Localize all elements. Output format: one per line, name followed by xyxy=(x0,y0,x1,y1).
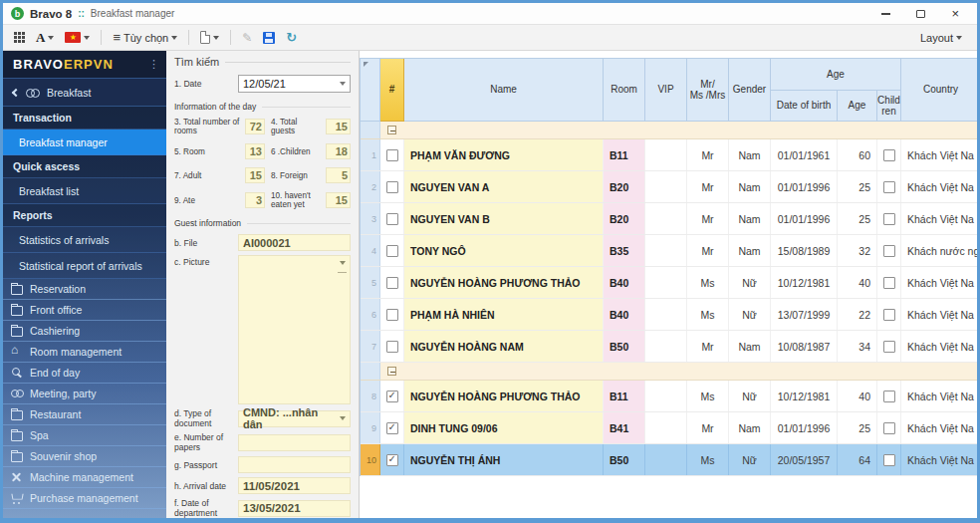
children-checkbox[interactable] xyxy=(883,245,895,257)
row-number-cell: 5 xyxy=(361,267,380,298)
new-document-button[interactable] xyxy=(197,29,222,46)
name-column-header[interactable]: Name xyxy=(404,59,604,122)
country-column-header[interactable]: Country xyxy=(901,59,977,122)
sidebar-module-item[interactable]: Reservation xyxy=(3,279,166,300)
vip-cell xyxy=(645,171,687,202)
stat-label: 7. Adult xyxy=(174,171,242,180)
font-button[interactable]: A xyxy=(33,28,57,48)
sidebar-module-item[interactable]: Spa xyxy=(3,425,166,446)
checkbox-column-header[interactable]: # xyxy=(380,59,404,122)
sidebar-module-item[interactable]: End of day xyxy=(3,363,166,384)
children-column-header[interactable]: Child ren xyxy=(877,91,901,122)
more-options-icon[interactable] xyxy=(148,58,160,71)
children-checkbox[interactable] xyxy=(883,422,895,434)
sidebar-item[interactable]: Breakfast manager xyxy=(3,130,166,155)
row-checkbox-cell xyxy=(380,444,404,475)
children-checkbox[interactable] xyxy=(883,391,895,402)
picture-field[interactable] xyxy=(238,255,351,404)
country-cell: Khách Việt Na xyxy=(901,444,977,475)
sidebar-module-item[interactable]: Purchase management xyxy=(3,488,166,509)
collapse-group-icon[interactable] xyxy=(387,367,396,376)
apps-grid-button[interactable] xyxy=(11,30,28,45)
sidebar-module-item[interactable]: Meeting, party xyxy=(3,384,166,404)
title-column-header[interactable]: Mr/ Ms /Mrs xyxy=(687,59,729,122)
app-title: Bravo 8 xyxy=(30,8,72,20)
maximize-icon[interactable] xyxy=(916,10,925,18)
table-row[interactable]: 5 NGUYỄN HOÀNG PHƯƠNG THẢO B40 Ms Nữ 10/… xyxy=(361,267,977,299)
table-row[interactable]: 4 TONY NGÔ B35 Mr Nam 15/08/1989 32 xyxy=(361,235,977,267)
collapse-group-icon[interactable] xyxy=(387,126,396,134)
row-select-checkbox[interactable] xyxy=(386,245,398,257)
table-row[interactable]: 9 DINH TUNG 09/06 B41 Mr Nam 01/01/1996 … xyxy=(361,412,977,444)
sidebar-item[interactable]: Statistical report of arrivals xyxy=(3,253,166,279)
passport-field[interactable] xyxy=(238,456,351,473)
sidebar-module-item[interactable]: Room management xyxy=(3,342,166,363)
age-group-header[interactable]: Age xyxy=(771,59,901,91)
refresh-button[interactable]: ↻ xyxy=(283,29,300,46)
row-select-checkbox[interactable] xyxy=(386,341,398,353)
sidebar-module-item[interactable]: Front office xyxy=(3,300,166,321)
row-select-checkbox[interactable] xyxy=(386,181,398,193)
title-separator: :: xyxy=(78,8,85,19)
children-checkbox[interactable] xyxy=(883,213,895,225)
sidebar-module-header-breakfast[interactable]: Breakfast xyxy=(3,78,166,107)
table-row[interactable]: 3 NGUYEN VAN B B20 Mr Nam 01/01/1996 25 xyxy=(361,203,977,235)
title-cell: Mr xyxy=(687,171,729,202)
save-button[interactable] xyxy=(260,30,278,46)
table-row[interactable]: 8 NGUYỄN HOÀNG PHƯƠNG THẢO B11 Ms Nữ 10/… xyxy=(361,381,977,412)
group-row[interactable] xyxy=(361,122,977,139)
table-row[interactable]: 6 PHẠM HÀ NHIÊN B40 Ms Nữ 13/07/1999 22 xyxy=(361,299,977,331)
table-row[interactable]: 1 PHẠM VĂN ĐƯƠNG B11 Mr Nam 01/01/1961 6… xyxy=(361,139,977,171)
sidebar-module-item[interactable]: Machine management xyxy=(3,467,166,488)
date-of-birth-cell: 01/01/1961 xyxy=(771,139,838,170)
expand-all-header-cell[interactable] xyxy=(361,59,380,122)
room-column-header[interactable]: Room xyxy=(604,59,645,122)
close-icon[interactable]: × xyxy=(951,7,959,20)
home-icon xyxy=(11,347,23,357)
table-row[interactable]: 2 NGUYEN VAN A B20 Mr Nam 01/01/1996 25 xyxy=(361,171,977,203)
options-button[interactable]: ≡ Tùy chọn xyxy=(110,29,180,46)
departure-date-field[interactable]: 13/05/2021 xyxy=(238,500,351,517)
language-button[interactable]: ★ xyxy=(62,30,93,45)
age-column-header[interactable]: Age xyxy=(838,91,877,122)
children-checkbox[interactable] xyxy=(883,181,895,193)
group-row[interactable] xyxy=(361,363,977,381)
file-field[interactable]: AI000021 xyxy=(238,234,351,251)
sidebar-item[interactable]: Breakfast list xyxy=(3,178,166,204)
gender-cell: Nam xyxy=(729,203,771,234)
minimize-icon[interactable] xyxy=(881,13,890,15)
gender-column-header[interactable]: Gender xyxy=(729,59,771,122)
row-select-checkbox[interactable] xyxy=(386,422,398,434)
doc-type-select[interactable]: CMND: ...nhân dân xyxy=(238,410,351,427)
layout-button[interactable]: Layout xyxy=(917,30,965,46)
guest-table-area: # Name Room VIP Mr/ Ms /Mrs Gender Age D… xyxy=(360,51,977,518)
children-checkbox[interactable] xyxy=(883,149,895,161)
children-checkbox[interactable] xyxy=(883,341,895,353)
sidebar-item[interactable]: Statistics of arrivals xyxy=(3,227,166,253)
edit-button[interactable]: ✎ xyxy=(239,29,255,47)
row-select-checkbox[interactable] xyxy=(386,149,398,161)
children-cell xyxy=(877,267,901,298)
gender-cell: Nam xyxy=(729,412,771,443)
children-checkbox[interactable] xyxy=(883,277,895,289)
sidebar-module-item[interactable]: Cashiering xyxy=(3,321,166,342)
row-select-checkbox[interactable] xyxy=(386,454,398,466)
date-select[interactable]: 12/05/21 xyxy=(238,75,351,93)
row-select-checkbox[interactable] xyxy=(386,277,398,289)
sidebar-module-item[interactable]: Restaurant xyxy=(3,404,166,425)
row-select-checkbox[interactable] xyxy=(386,309,398,321)
papers-field[interactable] xyxy=(238,434,351,451)
vip-column-header[interactable]: VIP xyxy=(645,59,687,122)
children-checkbox[interactable] xyxy=(883,309,895,321)
arrival-date-field[interactable]: 11/05/2021 xyxy=(238,477,351,494)
row-select-checkbox[interactable] xyxy=(386,213,398,225)
chevron-down-icon xyxy=(340,261,346,265)
vip-cell xyxy=(645,381,687,411)
row-select-checkbox[interactable] xyxy=(386,391,398,402)
children-checkbox[interactable] xyxy=(883,454,895,466)
age-cell: 22 xyxy=(838,299,877,330)
table-row[interactable]: 7 NGUYỄN HOÀNG NAM B50 Mr Nam 10/08/1987… xyxy=(361,331,977,363)
dob-column-header[interactable]: Date of birth xyxy=(771,91,838,122)
table-row[interactable]: 10 NGUYỄN THỊ ÁNH B50 Ms Nữ 20/05/1957 6… xyxy=(361,444,977,476)
sidebar-module-item[interactable]: Souvenir shop xyxy=(3,446,166,467)
